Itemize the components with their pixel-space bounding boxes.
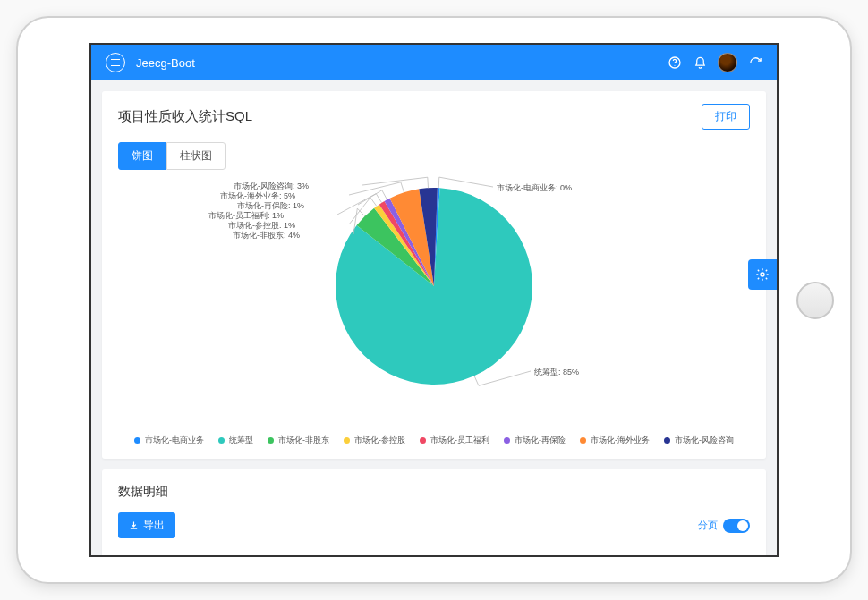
legend-item[interactable]: 市场化-员工福利	[420, 435, 489, 446]
legend-swatch	[420, 437, 426, 444]
legend-item[interactable]: 市场化-再保险	[504, 435, 566, 446]
legend-label: 市场化-风险咨询	[675, 435, 734, 446]
legend-label: 统筹型	[229, 435, 253, 446]
pagination-toggle[interactable]: 分页	[698, 519, 750, 533]
top-navbar: Jeecg-Boot	[91, 45, 777, 80]
bell-icon[interactable]	[693, 55, 707, 70]
legend-label: 市场化-参控股	[354, 435, 405, 446]
tablet-home-button[interactable]	[796, 282, 834, 319]
legend-item[interactable]: 市场化-电商业务	[134, 435, 204, 446]
chart-card: 项目性质收入统计SQL 打印 饼图 柱状图 市场化-电商业务: 0%统筹型: 8…	[102, 91, 766, 459]
toggle-switch	[723, 519, 750, 533]
legend-swatch	[664, 437, 670, 444]
tablet-frame: Jeecg-Boot 项目性质收入统计SQL 打印	[18, 18, 850, 582]
legend-swatch	[344, 437, 350, 444]
pie-chart: 市场化-电商业务: 0%统筹型: 85%市场化-非股东: 4%市场化-参控股: …	[102, 179, 766, 393]
legend-item[interactable]: 市场化-海外业务	[580, 435, 650, 446]
legend-swatch	[134, 437, 140, 444]
export-button-label: 导出	[143, 518, 165, 533]
legend-swatch	[580, 437, 586, 444]
legend-swatch	[218, 437, 225, 444]
export-button[interactable]: 导出	[118, 512, 175, 538]
pie-slice-label: 市场化-电商业务: 0%	[497, 182, 572, 194]
refresh-icon[interactable]	[748, 55, 762, 70]
pagination-toggle-label: 分页	[698, 519, 718, 532]
chart-tabs: 饼图 柱状图	[102, 142, 766, 179]
legend-label: 市场化-电商业务	[145, 435, 204, 446]
menu-toggle-icon[interactable]	[106, 53, 125, 72]
legend-swatch	[504, 437, 510, 444]
svg-point-1	[674, 65, 675, 66]
detail-title: 数据明细	[102, 469, 766, 512]
legend-label: 市场化-员工福利	[430, 435, 489, 446]
chart-legend: 市场化-电商业务统筹型市场化-非股东市场化-参控股市场化-员工福利市场化-再保险…	[102, 429, 766, 459]
app-screen: Jeecg-Boot 项目性质收入统计SQL 打印	[89, 43, 779, 557]
detail-card: 数据明细 导出 分页 #项目性质保险经纪佣金费风险咨询费承保公估评估费保险公估费…	[102, 469, 766, 555]
app-title: Jeecg-Boot	[136, 56, 195, 70]
legend-label: 市场化-非股东	[278, 435, 329, 446]
legend-item[interactable]: 统筹型	[218, 435, 253, 446]
page-title: 项目性质收入统计SQL	[118, 108, 252, 125]
legend-label: 市场化-海外业务	[591, 435, 650, 446]
print-button[interactable]: 打印	[702, 104, 750, 130]
legend-item[interactable]: 市场化-非股东	[268, 435, 329, 446]
download-icon	[129, 520, 139, 530]
legend-item[interactable]: 市场化-风险咨询	[664, 435, 734, 446]
pie-slice-label: 统筹型: 85%	[534, 367, 579, 378]
tab-bar[interactable]: 柱状图	[166, 142, 226, 170]
pie-slice-label: 市场化-风险咨询: 3%	[234, 181, 309, 192]
table-header-row: #项目性质保险经纪佣金费风险咨询费承保公估评估费保险公估费投标咨询费内控咨询费	[102, 547, 766, 555]
page-content: 项目性质收入统计SQL 打印 饼图 柱状图 市场化-电商业务: 0%统筹型: 8…	[91, 80, 777, 555]
legend-item[interactable]: 市场化-参控股	[344, 435, 405, 446]
avatar[interactable]	[718, 53, 737, 72]
legend-swatch	[268, 437, 274, 444]
legend-label: 市场化-再保险	[515, 435, 566, 446]
help-icon[interactable]	[668, 55, 682, 70]
tab-pie[interactable]: 饼图	[118, 142, 166, 170]
